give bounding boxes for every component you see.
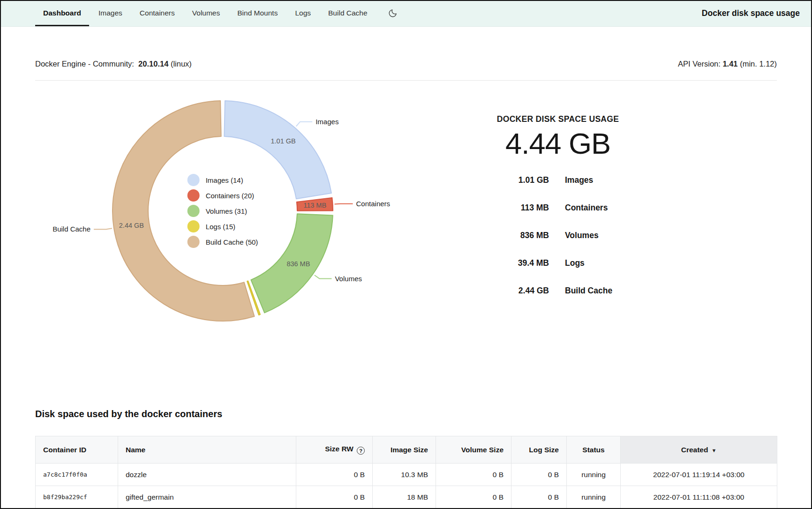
cell-log_size: 0 B bbox=[511, 486, 567, 509]
cell-id: a7c8c17f0f0a bbox=[36, 464, 118, 486]
usage-summary-panel: DOCKER DISK SPACE USAGE 4.44 GB 1.01 GBI… bbox=[478, 114, 638, 305]
usage-row-volumes: 836 MBVolumes bbox=[478, 222, 638, 249]
column-label-volume_size: Volume Size bbox=[461, 446, 504, 454]
usage-total-value: 4.44 GB bbox=[478, 128, 638, 159]
usage-size-images: 1.01 GB bbox=[478, 175, 549, 185]
cell-status: running bbox=[567, 486, 621, 509]
legend-label-containers: Containers (20) bbox=[206, 192, 254, 200]
callout-label-images: Images bbox=[316, 118, 338, 126]
column-header-name[interactable]: Name bbox=[118, 436, 296, 464]
column-header-log_size[interactable]: Log Size bbox=[511, 436, 567, 464]
nav-item-images[interactable]: Images bbox=[90, 0, 130, 26]
column-label-status: Status bbox=[582, 446, 604, 454]
usage-label-build-cache: Build Cache bbox=[565, 286, 612, 296]
nav-item-logs[interactable]: Logs bbox=[287, 0, 319, 26]
usage-label-containers: Containers bbox=[565, 203, 608, 213]
containers-section-title: Disk space used by the docker containers bbox=[35, 409, 777, 422]
navbar: DashboardImagesContainersVolumesBind Mou… bbox=[0, 0, 812, 27]
engine-version-number: 20.10.14 bbox=[138, 60, 168, 68]
usage-row-containers: 113 MBContainers bbox=[478, 194, 638, 222]
column-label-id: Container ID bbox=[43, 446, 86, 454]
usage-size-containers: 113 MB bbox=[478, 203, 549, 213]
cell-name: dozzle bbox=[118, 464, 296, 486]
cell-image_size: 10.3 MB bbox=[373, 464, 436, 486]
usage-rows: 1.01 GBImages113 MBContainers836 MBVolum… bbox=[478, 166, 638, 305]
column-header-image_size[interactable]: Image Size bbox=[373, 436, 436, 464]
legend-swatch-containers bbox=[188, 189, 200, 202]
cell-volume_size: 0 B bbox=[436, 486, 511, 509]
callout-label-volumes: Volumes bbox=[335, 275, 362, 283]
usage-row-build-cache: 2.44 GBBuild Cache bbox=[478, 277, 638, 305]
usage-size-volumes: 836 MB bbox=[478, 231, 549, 240]
cell-id: b8f29ba229cf bbox=[36, 486, 118, 509]
legend-swatch-logs bbox=[188, 220, 200, 232]
cell-created: 2022-07-01 11:11:08 +03:00 bbox=[621, 486, 777, 509]
column-header-size_rw[interactable]: Size RW? bbox=[296, 436, 373, 464]
column-header-status[interactable]: Status bbox=[567, 436, 621, 464]
column-label-created: Created bbox=[681, 446, 708, 454]
column-header-volume_size[interactable]: Volume Size bbox=[436, 436, 511, 464]
nav-item-build-cache[interactable]: Build Cache bbox=[320, 0, 376, 26]
nav-spacer bbox=[402, 0, 702, 26]
containers-table: Container IDNameSize RW?Image SizeVolume… bbox=[35, 436, 777, 509]
callout-line-build-cache bbox=[94, 228, 112, 229]
nav-items: DashboardImagesContainersVolumesBind Mou… bbox=[35, 0, 377, 26]
legend-swatch-build-cache bbox=[188, 236, 200, 248]
api-min-version: (min. 1.12) bbox=[740, 60, 777, 68]
legend-item-containers[interactable]: Containers (20) bbox=[188, 189, 258, 202]
engine-platform: (linux) bbox=[171, 60, 192, 68]
usage-label-volumes: Volumes bbox=[565, 231, 599, 240]
segment-size-label-containers: 113 MB bbox=[303, 202, 326, 209]
legend-label-build-cache: Build Cache (50) bbox=[206, 238, 258, 246]
legend-label-images: Images (14) bbox=[206, 176, 243, 184]
usage-panel-heading: DOCKER DISK SPACE USAGE bbox=[478, 114, 638, 124]
usage-label-logs: Logs bbox=[565, 258, 585, 268]
cell-volume_size: 0 B bbox=[436, 464, 511, 486]
nav-item-containers[interactable]: Containers bbox=[132, 0, 183, 26]
column-header-id[interactable]: Container ID bbox=[36, 436, 118, 464]
table-header-row: Container IDNameSize RW?Image SizeVolume… bbox=[36, 436, 777, 464]
moon-icon bbox=[388, 8, 398, 18]
column-label-size_rw: Size RW bbox=[325, 445, 353, 453]
legend-item-volumes[interactable]: Volumes (31) bbox=[188, 205, 258, 217]
theme-toggle-button[interactable] bbox=[383, 0, 402, 26]
cell-status: running bbox=[567, 464, 621, 486]
legend-item-logs[interactable]: Logs (15) bbox=[188, 220, 258, 232]
usage-label-images: Images bbox=[565, 175, 593, 185]
engine-info-row: Docker Engine - Community: 20.10.14 (lin… bbox=[35, 60, 777, 70]
usage-row-logs: 39.4 MBLogs bbox=[478, 249, 638, 277]
api-version-number: 1.41 bbox=[722, 60, 737, 68]
segment-size-label-volumes: 836 MB bbox=[286, 260, 310, 268]
callout-label-build-cache: Build Cache bbox=[53, 225, 90, 233]
table-row[interactable]: a7c8c17f0f0adozzle0 B10.3 MB0 B0 Brunnin… bbox=[36, 464, 777, 486]
legend-item-images[interactable]: Images (14) bbox=[188, 174, 258, 186]
callout-line-containers bbox=[335, 204, 353, 204]
api-version-text: API Version: 1.41 (min. 1.12) bbox=[678, 60, 777, 70]
legend-swatch-volumes bbox=[188, 205, 200, 217]
legend-label-logs: Logs (15) bbox=[206, 223, 235, 231]
chart-legend: Images (14)Containers (20)Volumes (31)Lo… bbox=[188, 171, 258, 251]
callout-label-containers: Containers bbox=[356, 200, 391, 208]
sort-desc-icon: ▼ bbox=[711, 448, 716, 453]
legend-label-volumes: Volumes (31) bbox=[206, 207, 247, 215]
segment-size-label-images: 1.01 GB bbox=[271, 137, 296, 145]
usage-row-images: 1.01 GBImages bbox=[478, 166, 638, 194]
cell-log_size: 0 B bbox=[511, 464, 567, 486]
legend-item-build-cache[interactable]: Build Cache (50) bbox=[188, 236, 258, 248]
help-icon[interactable]: ? bbox=[357, 447, 365, 455]
callout-line-images bbox=[296, 122, 313, 127]
callout-line-volumes bbox=[315, 275, 332, 278]
cell-size_rw: 0 B bbox=[296, 486, 373, 509]
usage-size-build-cache: 2.44 GB bbox=[478, 286, 549, 296]
column-label-log_size: Log Size bbox=[529, 446, 559, 454]
cell-name: gifted_germain bbox=[118, 486, 296, 509]
cell-image_size: 18 MB bbox=[373, 486, 436, 509]
nav-item-volumes[interactable]: Volumes bbox=[184, 0, 228, 26]
engine-version-text: Docker Engine - Community: 20.10.14 (lin… bbox=[35, 60, 192, 70]
column-header-created[interactable]: Created▼ bbox=[621, 436, 777, 464]
nav-item-bind-mounts[interactable]: Bind Mounts bbox=[229, 0, 286, 26]
nav-item-dashboard[interactable]: Dashboard bbox=[35, 0, 89, 26]
cell-size_rw: 0 B bbox=[296, 464, 373, 486]
segment-size-label-build-cache: 2.44 GB bbox=[119, 222, 144, 229]
table-row[interactable]: b8f29ba229cfgifted_germain0 B18 MB0 B0 B… bbox=[36, 486, 777, 509]
